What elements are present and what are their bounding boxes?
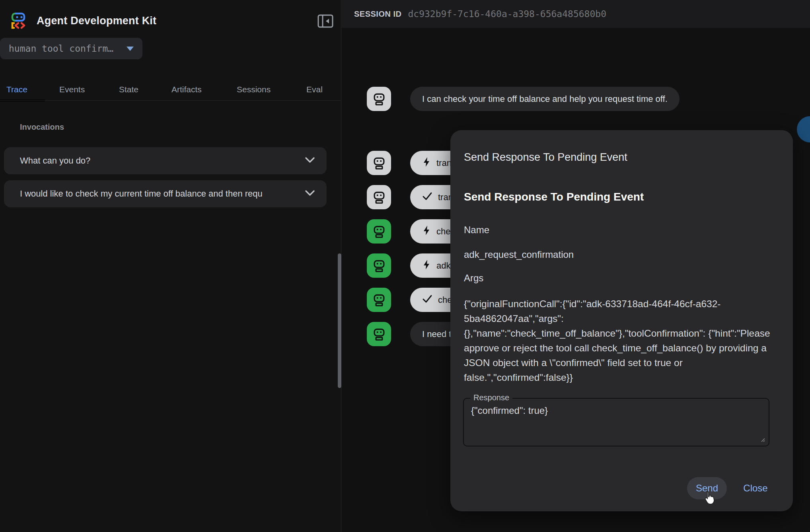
invocation-item[interactable]: I would like to check my current time of… <box>4 180 327 207</box>
invocation-text: What can you do? <box>20 156 299 166</box>
app-header: Agent Development Kit <box>10 9 156 33</box>
response-input[interactable]: {"confirmed": true} <box>471 405 757 439</box>
chevron-down-icon[interactable] <box>304 189 315 198</box>
agent-avatar-icon <box>367 87 391 111</box>
session-id-label: SESSION ID <box>354 10 401 19</box>
adk-robot-logo-icon <box>10 10 31 32</box>
name-label: Name <box>464 224 489 236</box>
agent-avatar-icon <box>367 219 391 244</box>
agent-avatar-icon <box>367 288 391 312</box>
tab-events[interactable]: Events <box>59 78 85 101</box>
sidebar: Agent Development Kit human_tool_confirm… <box>0 0 341 532</box>
invocations-section-title: Invocations <box>20 123 64 132</box>
name-value: adk_request_confirmation <box>464 249 574 260</box>
tab-state[interactable]: State <box>119 78 138 101</box>
dialog-title: Send Response To Pending Event <box>464 151 627 164</box>
response-field-label: Response <box>470 393 512 402</box>
tab-divider <box>0 100 341 101</box>
agent-avatar-icon <box>367 322 391 346</box>
session-id-value: dc932b9f-7c16-460a-a398-656a485680b0 <box>408 9 606 19</box>
agent-avatar-icon <box>367 151 391 175</box>
bot-message-bubble: I can check your time off balance and he… <box>410 87 680 111</box>
tab-sessions[interactable]: Sessions <box>237 78 271 101</box>
invocation-item[interactable]: What can you do? <box>4 147 327 174</box>
send-button[interactable]: Send <box>687 477 727 499</box>
tab-trace[interactable]: Trace <box>6 78 27 101</box>
collapse-panel-icon[interactable] <box>317 14 333 28</box>
chevron-down-icon <box>127 47 134 51</box>
bolt-icon <box>422 157 431 170</box>
resize-grip-icon[interactable] <box>759 436 765 442</box>
tab-eval[interactable]: Eval <box>306 78 323 101</box>
sidebar-scrollbar[interactable] <box>338 253 341 388</box>
invocation-text: I would like to check my current time of… <box>20 189 299 199</box>
bolt-icon <box>422 225 431 238</box>
send-response-dialog: Send Response To Pending Event Send Resp… <box>450 130 793 511</box>
bot-message-text: I can check your time off balance and he… <box>422 94 668 104</box>
chat-message-row: I can check your time off balance and he… <box>367 87 680 111</box>
close-button[interactable]: Close <box>736 477 775 499</box>
bot-message-text: I need t <box>422 329 451 339</box>
check-icon <box>422 192 432 203</box>
function-call-label: che <box>436 226 450 237</box>
function-call-label: tran <box>436 158 452 168</box>
function-call-label: adk <box>436 261 450 271</box>
chevron-down-icon[interactable] <box>304 156 315 165</box>
session-header: SESSION ID dc932b9f-7c16-460a-a398-656a4… <box>342 0 810 28</box>
agent-selector-dropdown[interactable]: human_tool_confirm… <box>0 38 142 59</box>
sidebar-tabs: Trace Events State Artifacts Sessions Ev… <box>0 78 341 101</box>
check-icon <box>422 294 432 306</box>
dialog-heading: Send Response To Pending Event <box>464 191 644 203</box>
page-title: Agent Development Kit <box>37 15 156 27</box>
tab-artifacts[interactable]: Artifacts <box>171 78 202 101</box>
agent-avatar-icon <box>367 185 391 209</box>
bolt-icon <box>422 259 431 272</box>
args-label: Args <box>464 273 483 284</box>
adk-web-app: Agent Development Kit human_tool_confirm… <box>0 0 810 532</box>
response-field: Response {"confirmed": true} <box>463 398 769 446</box>
agent-selector-value: human_tool_confirm… <box>9 43 123 54</box>
dialog-actions: Send Close <box>687 477 775 499</box>
args-value: {"originalFunctionCall":{"id":"adk-63371… <box>464 296 772 385</box>
agent-avatar-icon <box>367 253 391 278</box>
